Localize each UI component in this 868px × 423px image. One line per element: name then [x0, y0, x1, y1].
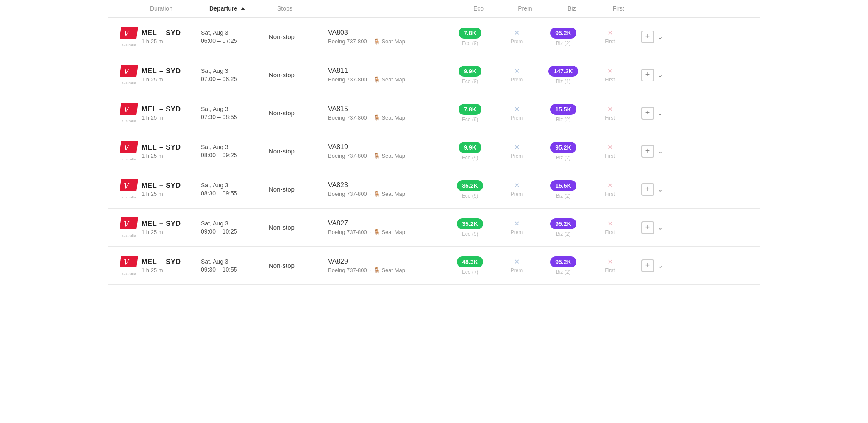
separator: ·	[370, 76, 371, 83]
departure-date: Sat, Aug 3	[201, 29, 269, 36]
route-name: MEL – SYD	[142, 220, 201, 228]
biz-seats-label: Biz (2)	[556, 117, 571, 122]
prem-unavailable-icon: ✕	[514, 258, 520, 266]
expand-chevron-icon[interactable]: ⌄	[657, 185, 663, 193]
add-button[interactable]: +	[641, 145, 654, 158]
first-label: First	[605, 77, 615, 83]
biz-price-badge[interactable]: 15.5K	[550, 180, 576, 191]
seat-map-label: Seat Map	[381, 229, 405, 235]
biz-price-cell[interactable]: 15.5K Biz (2)	[540, 180, 587, 199]
prem-unavailable-icon: ✕	[514, 220, 520, 228]
seat-map-link[interactable]: 🪑 Seat Map	[373, 114, 405, 121]
eco-price-cell[interactable]: 7.8K Eco (9)	[447, 104, 493, 122]
biz-seats-label: Biz (2)	[556, 40, 571, 46]
seat-map-link[interactable]: 🪑 Seat Map	[373, 267, 405, 273]
eco-price-badge[interactable]: 7.8K	[459, 104, 481, 115]
biz-price-badge[interactable]: 95.2K	[550, 256, 576, 267]
flight-number: VA803	[328, 29, 447, 36]
first-unavailable-icon: ✕	[607, 29, 613, 37]
departure-info: Sat, Aug 3 07:00 – 08:25	[201, 67, 269, 82]
first-unavailable-icon: ✕	[607, 181, 613, 189]
svg-text:V: V	[124, 144, 130, 152]
biz-price-cell[interactable]: 95.2K Biz (2)	[540, 218, 587, 237]
biz-price-cell[interactable]: 95.2K Biz (2)	[540, 28, 587, 46]
prem-unavailable-icon: ✕	[514, 67, 520, 75]
biz-price-badge[interactable]: 95.2K	[550, 28, 576, 39]
seat-map-link[interactable]: 🪑 Seat Map	[373, 76, 405, 83]
svg-text:V: V	[124, 220, 130, 228]
biz-price-cell[interactable]: 95.2K Biz (2)	[540, 256, 587, 275]
action-cell: + ⌄	[633, 183, 663, 196]
table-row: V australia MEL – SYD 1 h 25 m Sat, Aug …	[108, 247, 760, 285]
biz-price-badge[interactable]: 15.5K	[550, 104, 576, 115]
table-row: V australia MEL – SYD 1 h 25 m Sat, Aug …	[108, 132, 760, 170]
add-button[interactable]: +	[641, 31, 654, 43]
add-button[interactable]: +	[641, 183, 654, 196]
svg-text:V: V	[124, 182, 130, 190]
eco-price-badge[interactable]: 35.2K	[457, 218, 483, 229]
seat-map-link[interactable]: 🪑 Seat Map	[373, 229, 405, 235]
route-info: MEL – SYD 1 h 25 m	[142, 29, 201, 45]
expand-chevron-icon[interactable]: ⌄	[657, 147, 663, 155]
seat-map-label: Seat Map	[381, 114, 405, 121]
prem-label: Prem	[511, 191, 523, 197]
add-button[interactable]: +	[641, 221, 654, 234]
expand-chevron-icon[interactable]: ⌄	[657, 33, 663, 41]
biz-price-cell[interactable]: 15.5K Biz (2)	[540, 104, 587, 122]
biz-seats-label: Biz (2)	[556, 231, 571, 237]
add-button[interactable]: +	[641, 259, 654, 272]
seat-map-link[interactable]: 🪑 Seat Map	[373, 38, 405, 45]
aircraft-type: Boeing 737-800	[328, 229, 367, 235]
add-button[interactable]: +	[641, 69, 654, 81]
eco-price-badge[interactable]: 35.2K	[457, 180, 483, 191]
seat-map-link[interactable]: 🪑 Seat Map	[373, 153, 405, 159]
expand-chevron-icon[interactable]: ⌄	[657, 71, 663, 79]
biz-price-cell[interactable]: 95.2K Biz (2)	[540, 142, 587, 161]
header-departure[interactable]: Departure	[209, 5, 277, 12]
biz-seats-label: Biz (2)	[556, 269, 571, 275]
eco-price-badge[interactable]: 9.9K	[459, 66, 481, 77]
header-biz: Biz	[548, 5, 595, 12]
prem-unavailable-icon: ✕	[514, 143, 520, 151]
seat-icon: 🪑	[373, 267, 380, 273]
prem-price-cell: ✕ Prem	[493, 258, 540, 273]
prem-unavailable-icon: ✕	[514, 29, 520, 37]
biz-price-badge[interactable]: 147.2K	[548, 66, 578, 77]
eco-price-cell[interactable]: 9.9K Eco (9)	[447, 66, 493, 84]
flight-number: VA827	[328, 220, 447, 227]
header-eco: Eco	[455, 5, 502, 12]
flight-table: Duration Departure Stops Eco Prem Biz Fi…	[108, 0, 760, 285]
expand-chevron-icon[interactable]: ⌄	[657, 262, 663, 270]
expand-chevron-icon[interactable]: ⌄	[657, 223, 663, 231]
eco-price-cell[interactable]: 9.9K Eco (9)	[447, 142, 493, 161]
stops-info: Non-stop	[269, 109, 328, 117]
eco-price-badge[interactable]: 9.9K	[459, 142, 481, 153]
eco-price-cell[interactable]: 35.2K Eco (9)	[447, 180, 493, 199]
prem-price-cell: ✕ Prem	[493, 29, 540, 45]
route-name: MEL – SYD	[142, 67, 201, 75]
header-first: First	[595, 5, 642, 12]
biz-price-badge[interactable]: 95.2K	[550, 142, 576, 153]
biz-price-cell[interactable]: 147.2K Biz (1)	[540, 66, 587, 84]
flight-details: Boeing 737-800 · 🪑 Seat Map	[328, 38, 447, 45]
eco-price-cell[interactable]: 35.2K Eco (9)	[447, 218, 493, 237]
departure-info: Sat, Aug 3 09:30 – 10:55	[201, 258, 269, 273]
eco-seats-label: Eco (9)	[462, 40, 479, 46]
svg-text:V: V	[124, 258, 130, 267]
separator: ·	[370, 153, 371, 159]
add-button[interactable]: +	[641, 107, 654, 120]
flight-details: Boeing 737-800 · 🪑 Seat Map	[328, 153, 447, 159]
prem-label: Prem	[511, 77, 523, 83]
expand-chevron-icon[interactable]: ⌄	[657, 109, 663, 117]
duration: 1 h 25 m	[142, 114, 201, 121]
departure-time: 06:00 – 07:25	[201, 37, 269, 44]
seat-map-link[interactable]: 🪑 Seat Map	[373, 191, 405, 197]
first-price-cell: ✕ First	[587, 258, 633, 273]
eco-price-badge[interactable]: 48.3K	[457, 256, 483, 267]
biz-price-badge[interactable]: 95.2K	[550, 218, 576, 229]
duration: 1 h 25 m	[142, 267, 201, 273]
eco-price-badge[interactable]: 7.8K	[459, 28, 481, 39]
prem-price-cell: ✕ Prem	[493, 181, 540, 197]
eco-price-cell[interactable]: 7.8K Eco (9)	[447, 28, 493, 46]
eco-price-cell[interactable]: 48.3K Eco (7)	[447, 256, 493, 275]
